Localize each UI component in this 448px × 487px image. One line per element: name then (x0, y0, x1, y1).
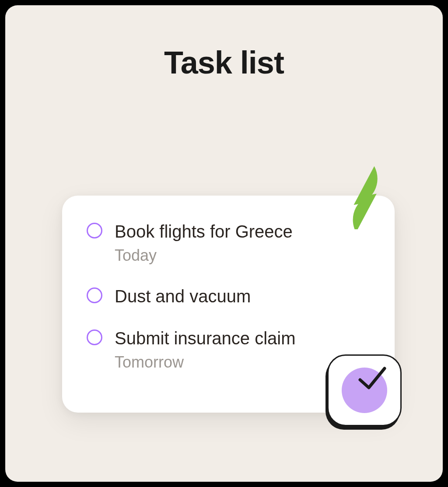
task-checkbox[interactable] (87, 287, 102, 303)
task-due-date: Tomorrow (115, 353, 296, 371)
task-row[interactable]: Dust and vacuum (87, 286, 373, 307)
task-checkbox[interactable] (87, 223, 102, 238)
task-text-group: Submit insurance claim Tomorrow (115, 328, 296, 371)
leaf-decoration-icon (320, 159, 408, 229)
task-due-date: Today (115, 246, 293, 265)
completion-badge-icon (327, 354, 403, 428)
task-title: Dust and vacuum (115, 286, 251, 307)
task-title: Book flights for Greece (115, 221, 293, 242)
task-list-canvas: Task list Book flights for Greece Today … (5, 5, 443, 482)
task-text-group: Dust and vacuum (115, 286, 251, 307)
task-checkbox[interactable] (87, 329, 102, 345)
page-title: Task list (5, 45, 443, 81)
task-title: Submit insurance claim (115, 328, 296, 349)
task-text-group: Book flights for Greece Today (115, 221, 293, 265)
